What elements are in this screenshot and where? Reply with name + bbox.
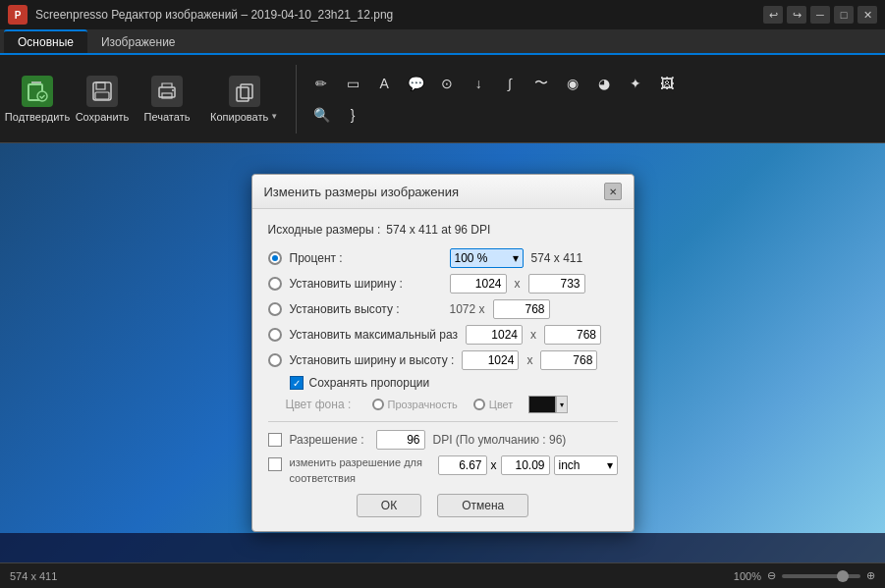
source-size-value: 574 x 411 at 96 DPI [386, 223, 490, 237]
set-width-radio[interactable] [268, 277, 282, 291]
color-radio[interactable] [473, 399, 485, 410]
set-max-row: Установить максимальный раз x [268, 325, 618, 345]
zoom-percent: 100% [734, 570, 761, 582]
redo-btn[interactable]: ↪ [787, 6, 806, 24]
svg-rect-8 [241, 84, 252, 98]
dpi-label: Разрешение : [290, 433, 368, 447]
percent-radio[interactable] [268, 251, 282, 265]
color-label: Цвет [489, 399, 514, 410]
color-swatch[interactable] [528, 396, 556, 413]
title-bar: P Screenpresso Редактор изображений – 20… [0, 0, 885, 29]
res-height-input[interactable] [501, 455, 550, 475]
keep-proportions-row: Сохранять пропорции [268, 376, 618, 390]
toolbar-separator [296, 65, 297, 134]
transparency-radio[interactable] [372, 399, 384, 410]
svg-rect-9 [237, 87, 249, 101]
separator [268, 421, 618, 422]
tool-buttons: ✏ ▭ A 💬 ⊙ ↓ ∫ 〜 ◉ ◕ ✦ 🖼 🔍 } [306, 69, 699, 130]
svg-point-1 [37, 91, 47, 101]
dpi-input[interactable] [376, 430, 425, 450]
set-max-label: Установить максимальный раз [290, 328, 459, 342]
text-tool[interactable]: A [369, 69, 399, 98]
svg-rect-5 [159, 87, 175, 97]
dialog-body: Исходные размеры : 574 x 411 at 96 DPI П… [252, 209, 634, 531]
zoom-thumb[interactable] [837, 570, 849, 582]
set-height-row: Установить высоту : 1072 x [268, 299, 618, 319]
pencil-tool[interactable]: ✏ [306, 69, 336, 98]
set-max-input1[interactable] [466, 325, 523, 345]
copy-dropdown-arrow[interactable]: ▼ [270, 112, 278, 121]
set-max-input2[interactable] [544, 325, 601, 345]
tab-osnov[interactable]: Основные [4, 29, 87, 53]
window-controls: ↩ ↪ ─ □ ✕ [763, 6, 877, 24]
minimize-btn[interactable]: ─ [810, 6, 830, 24]
svg-point-7 [172, 89, 174, 91]
set-both-radio[interactable] [268, 353, 282, 367]
set-width-input2[interactable] [528, 274, 585, 294]
dialog-title-bar: Изменить размеры изображения ✕ [252, 175, 634, 209]
set-height-radio[interactable] [268, 302, 282, 316]
fill-tool[interactable]: ◉ [558, 69, 587, 98]
image-tool[interactable]: 🖼 [652, 69, 682, 98]
resize-dialog: Изменить размеры изображения ✕ Исходные … [251, 174, 635, 532]
set-max-radio[interactable] [268, 328, 282, 342]
res-x: x [491, 458, 497, 472]
swatch-dropdown-arrow[interactable]: ▾ [556, 396, 568, 413]
print-button[interactable]: Печатать [138, 65, 196, 134]
ok-button[interactable]: ОК [357, 494, 421, 517]
svg-rect-4 [95, 92, 109, 99]
copy-button[interactable]: Копировать ▼ [202, 72, 286, 127]
svg-rect-3 [96, 82, 105, 89]
set-both-x: x [526, 353, 532, 367]
transparency-option: Прозрачность [372, 399, 458, 410]
rect-tool[interactable]: ▭ [338, 69, 367, 98]
resolution-inputs: x inch ▾ [438, 455, 618, 475]
misc-tool[interactable]: } [338, 100, 367, 130]
callout-tool[interactable]: 💬 [401, 69, 430, 98]
res-unit-arrow: ▾ [607, 458, 613, 472]
set-both-label: Установить ширину и высоту : [290, 353, 455, 367]
print-icon [151, 76, 183, 107]
set-both-input2[interactable] [540, 350, 597, 370]
app-logo: P [8, 5, 28, 25]
keep-proportions-checkbox[interactable] [290, 376, 304, 390]
tab-image[interactable]: Изображение [87, 31, 190, 53]
curve-tool[interactable]: ∫ [495, 69, 525, 98]
canvas-area: Изменить размеры изображения ✕ Исходные … [0, 143, 885, 562]
resolution-checkbox[interactable] [268, 457, 282, 471]
maximize-btn[interactable]: □ [834, 6, 854, 24]
set-height-input[interactable] [493, 299, 550, 319]
zoom-slider[interactable] [782, 574, 860, 578]
set-both-input1[interactable] [462, 350, 519, 370]
blur-tool[interactable]: ◕ [589, 69, 619, 98]
cancel-button[interactable]: Отмена [437, 494, 528, 517]
dialog-title: Изменить размеры изображения [264, 185, 460, 199]
percent-dropdown[interactable]: 100 % ▾ [450, 248, 524, 268]
arrow-tool[interactable]: ↓ [464, 69, 493, 98]
undo-btn[interactable]: ↩ [763, 6, 783, 24]
dpi-checkbox[interactable] [268, 433, 282, 447]
zoom-minus-icon[interactable]: ⊖ [767, 569, 776, 582]
set-height-prefix: 1072 x [450, 302, 485, 316]
zoom-plus-icon[interactable]: ⊕ [866, 569, 875, 582]
circle-tool[interactable]: ⊙ [432, 69, 462, 98]
percent-label: Процент : [290, 251, 442, 265]
highlight-tool[interactable]: ✦ [621, 69, 650, 98]
transparency-label: Прозрачность [388, 399, 458, 410]
res-width-input[interactable] [438, 455, 487, 475]
set-width-row: Установить ширину : x [268, 274, 618, 294]
freehand-tool[interactable]: 〜 [526, 69, 556, 98]
source-size-label: Исходные размеры : [268, 223, 381, 237]
set-width-x: x [515, 277, 521, 291]
res-unit-dropdown[interactable]: inch ▾ [554, 455, 618, 475]
percent-dropdown-arrow: ▾ [513, 251, 519, 265]
ribbon-tabs: Основные Изображение [0, 29, 885, 55]
dialog-close-button[interactable]: ✕ [604, 183, 622, 200]
confirm-button[interactable]: Подтвердить [8, 65, 67, 134]
app-title: Screenpresso Редактор изображений – 2019… [35, 8, 393, 22]
zoom-tool[interactable]: 🔍 [306, 100, 336, 130]
set-width-input1[interactable] [450, 274, 507, 294]
save-button[interactable]: Сохранить [73, 65, 132, 134]
close-btn[interactable]: ✕ [857, 6, 877, 24]
dialog-buttons: ОК Отмена [268, 486, 618, 521]
